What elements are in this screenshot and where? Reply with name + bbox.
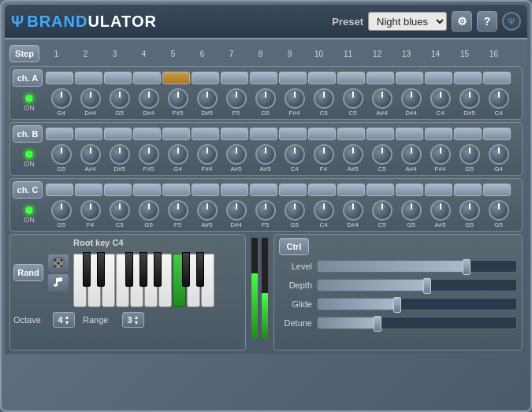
channel-c-knob-3[interactable] (110, 200, 130, 221)
channel-b-btn-5[interactable] (162, 128, 190, 140)
channel-c-btn-2[interactable] (75, 184, 102, 196)
channel-c-knob-5[interactable] (168, 200, 188, 221)
channel-c-btn-1[interactable] (46, 184, 73, 196)
channel-b-btn-1[interactable] (46, 128, 73, 140)
channel-c-knob-2[interactable] (80, 200, 101, 221)
range-down-arrow[interactable]: ▼ (134, 320, 140, 325)
depth-slider[interactable] (317, 279, 517, 291)
channel-a-btn-7[interactable] (221, 72, 248, 84)
channel-a-knob-ctrl-2[interactable] (80, 88, 101, 109)
preset-select[interactable]: Night blues Default Jazz Blues (368, 12, 447, 31)
octave-down-arrow[interactable]: ▼ (65, 320, 70, 325)
channel-c-knob-8[interactable] (255, 200, 276, 221)
channel-a-btn-8[interactable] (250, 72, 277, 84)
channel-c-btn-6[interactable] (192, 184, 219, 196)
channel-b-btn-14[interactable] (425, 128, 452, 140)
channel-b-btn-6[interactable] (192, 128, 219, 140)
channel-a-btn-15[interactable] (454, 72, 482, 84)
range-spinner[interactable]: 3 ▲ ▼ (122, 312, 144, 328)
channel-c-knob-16[interactable] (489, 200, 509, 221)
channel-a-knob-ctrl-15[interactable] (459, 88, 480, 109)
range-up-arrow[interactable]: ▲ (134, 314, 140, 320)
channel-c-btn-12[interactable] (366, 184, 394, 196)
channel-b-knob-10[interactable] (314, 144, 334, 165)
channel-a-knob-ctrl-6[interactable] (197, 88, 218, 109)
help-button[interactable]: ? (477, 11, 497, 32)
channel-a-knob-ctrl-5[interactable] (168, 88, 188, 109)
rand-note-button[interactable] (48, 274, 69, 291)
channel-b-knob-2[interactable] (80, 144, 101, 165)
channel-c-knob-4[interactable] (139, 200, 159, 221)
black-key-cs3[interactable] (83, 252, 91, 287)
channel-c-knob-1[interactable] (51, 200, 72, 221)
channel-a-knob-ctrl-10[interactable] (314, 88, 334, 109)
channel-c-knob-10[interactable] (314, 200, 334, 221)
channel-a-btn-12[interactable] (366, 72, 394, 84)
rand-dice-button[interactable] (48, 254, 69, 272)
level-slider[interactable] (317, 260, 517, 273)
channel-b-knob-13[interactable] (401, 144, 422, 165)
channel-a-knob-ctrl-13[interactable] (401, 88, 422, 109)
channel-a-btn-2[interactable] (75, 72, 102, 84)
channel-b-btn-4[interactable] (133, 128, 161, 140)
channel-c-btn-8[interactable] (250, 184, 277, 196)
black-key-ds3[interactable] (97, 252, 105, 287)
black-key-fs3[interactable] (125, 252, 133, 287)
channel-a-btn-1[interactable] (46, 72, 73, 84)
channel-a-btn-13[interactable] (396, 72, 423, 84)
channel-c-knob-11[interactable] (343, 200, 363, 221)
channel-b-knob-9[interactable] (285, 144, 305, 165)
channel-c-btn-13[interactable] (396, 184, 423, 196)
black-key-as3[interactable] (154, 252, 162, 287)
channel-c-btn-7[interactable] (221, 184, 248, 196)
black-key-gs3[interactable] (140, 252, 147, 287)
channel-b-knob-16[interactable] (489, 144, 509, 165)
channel-b-btn-11[interactable] (337, 128, 365, 140)
channel-c-btn-11[interactable] (337, 184, 365, 196)
channel-a-btn-4[interactable] (133, 72, 161, 84)
channel-b-btn-16[interactable] (483, 128, 511, 140)
channel-c-knob-14[interactable] (430, 200, 451, 221)
channel-c-btn-15[interactable] (454, 184, 482, 196)
channel-a-knob-ctrl-4[interactable] (139, 88, 159, 109)
channel-c-knob-7[interactable] (226, 200, 247, 221)
channel-a-btn-5[interactable] (162, 72, 190, 84)
channel-b-btn-13[interactable] (396, 128, 423, 140)
channel-b-knob-8[interactable] (255, 144, 276, 165)
channel-a-knob-ctrl-11[interactable] (343, 88, 363, 109)
channel-b-btn-12[interactable] (366, 128, 394, 140)
channel-a-knob-ctrl-3[interactable] (110, 88, 130, 109)
channel-c-btn-14[interactable] (425, 184, 452, 196)
black-key-cs4[interactable] (182, 252, 190, 287)
channel-c-btn-4[interactable] (133, 184, 161, 196)
channel-a-knob-ctrl-16[interactable] (489, 88, 509, 109)
channel-c-btn-5[interactable] (162, 184, 190, 196)
channel-c-btn-3[interactable] (104, 184, 132, 196)
channel-c-btn-16[interactable] (483, 184, 511, 196)
channel-c-knob-6[interactable] (197, 200, 218, 221)
channel-b-btn-3[interactable] (104, 128, 132, 140)
channel-c-btn-10[interactable] (308, 184, 336, 196)
channel-b-knob-6[interactable] (197, 144, 218, 165)
channel-a-btn-16[interactable] (483, 72, 511, 84)
channel-c-knob-15[interactable] (459, 200, 480, 221)
channel-b-knob-3[interactable] (110, 144, 130, 165)
channel-b-knob-14[interactable] (430, 144, 451, 165)
channel-b-knob-15[interactable] (459, 144, 480, 165)
channel-a-btn-6[interactable] (192, 72, 219, 84)
channel-a-btn-3[interactable] (104, 72, 132, 84)
channel-a-knob-ctrl-7[interactable] (226, 88, 247, 109)
channel-c-knob-13[interactable] (401, 200, 422, 221)
channel-b-knob-1[interactable] (51, 144, 72, 165)
channel-b-btn-8[interactable] (250, 128, 277, 140)
channel-c-led[interactable] (24, 206, 34, 215)
channel-a-knob-ctrl-9[interactable] (285, 88, 305, 109)
glide-slider[interactable] (317, 298, 517, 310)
channel-c-btn-9[interactable] (279, 184, 307, 196)
channel-b-led[interactable] (24, 150, 34, 159)
channel-b-knob-12[interactable] (372, 144, 392, 165)
channel-b-knob-4[interactable] (139, 144, 159, 165)
black-key-ds4[interactable] (196, 252, 204, 287)
detune-thumb[interactable] (374, 316, 381, 332)
channel-a-led[interactable] (24, 94, 34, 103)
